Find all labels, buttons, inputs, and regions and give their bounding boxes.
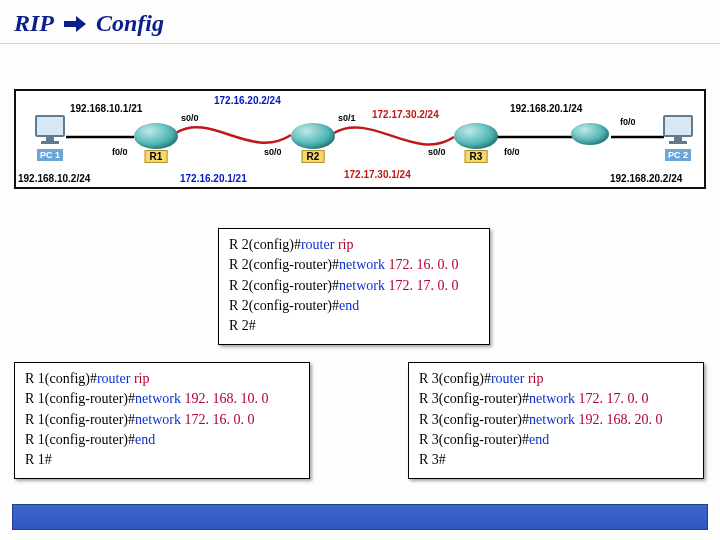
ip-r1r2-top: 172.16.20.2/24 <box>214 95 281 106</box>
r2-l1-prompt: R 2(config)# <box>229 237 301 252</box>
r1-l2-prompt: R 1(config-router)# <box>25 391 135 406</box>
r1-l3-prompt: R 1(config-router)# <box>25 412 135 427</box>
router-r1-icon: R1 <box>134 123 178 149</box>
r1-l1-prompt: R 1(config)# <box>25 371 97 386</box>
r1-l3-cmd: network <box>135 412 181 427</box>
r2-l3-prompt: R 2(config-router)# <box>229 278 339 293</box>
r3-l1-arg: rip <box>528 371 544 386</box>
r2-l1-arg: rip <box>338 237 354 252</box>
port-r3-f00: f0/0 <box>504 147 520 157</box>
r1-l3-arg: 172. 16. 0. 0 <box>184 412 254 427</box>
r1-l4-prompt: R 1(config-router)# <box>25 432 135 447</box>
r3-l3-cmd: network <box>529 412 575 427</box>
r1-l2-cmd: network <box>135 391 181 406</box>
r2-l2-cmd: network <box>339 257 385 272</box>
r3-l2-cmd: network <box>529 391 575 406</box>
pc2-icon: PC 2 <box>660 115 696 162</box>
config-box-r2: R 2(config)#router rip R 2(config-router… <box>218 228 490 345</box>
r2-l4-cmd: end <box>339 298 359 313</box>
port-r2-s00: s0/0 <box>264 147 282 157</box>
r3-l5: R 3# <box>419 450 693 470</box>
ip-r1r2-bot: 172.16.20.1/21 <box>180 173 247 184</box>
router-r3-icon: R3 <box>454 123 498 149</box>
router-r2-label: R2 <box>302 150 325 163</box>
arrow-right-icon <box>62 12 88 36</box>
r2-l3-arg: 172. 17. 0. 0 <box>388 278 458 293</box>
router-r3-label: R3 <box>465 150 488 163</box>
r2-l2-arg: 172. 16. 0. 0 <box>388 257 458 272</box>
topology-panel: PC 1 R1 R2 R3 PC 2 f0/0 s0/0 s0/0 s0/1 s… <box>14 89 706 189</box>
r2-l1-cmd: router <box>301 237 334 252</box>
router-r1-label: R1 <box>145 150 168 163</box>
r3-l3-arg: 192. 168. 20. 0 <box>578 412 662 427</box>
r3-l2-prompt: R 3(config-router)# <box>419 391 529 406</box>
r2-l4-prompt: R 2(config-router)# <box>229 298 339 313</box>
pc1-icon: PC 1 <box>32 115 68 162</box>
r3-l3-prompt: R 3(config-router)# <box>419 412 529 427</box>
pc2-label: PC 2 <box>665 149 691 161</box>
r1-l1-arg: rip <box>134 371 150 386</box>
r3-l1-cmd: router <box>491 371 524 386</box>
port-pc2-f00: f0/0 <box>620 117 636 127</box>
r1-l2-arg: 192. 168. 10. 0 <box>184 391 268 406</box>
port-r1-f00: f0/0 <box>112 147 128 157</box>
r3-l4-cmd: end <box>529 432 549 447</box>
router-r2-icon: R2 <box>291 123 335 149</box>
footer-bar <box>12 504 708 530</box>
r1-l4-cmd: end <box>135 432 155 447</box>
r2-l5: R 2# <box>229 316 479 336</box>
ip-r2r3-bot: 172.17.30.1/24 <box>344 169 411 180</box>
slide-title: RIP Config <box>0 0 720 44</box>
port-r3-s00: s0/0 <box>428 147 446 157</box>
port-r1-s00: s0/0 <box>181 113 199 123</box>
r2-l2-prompt: R 2(config-router)# <box>229 257 339 272</box>
switch-icon <box>571 123 609 145</box>
config-box-r3: R 3(config)#router rip R 3(config-router… <box>408 362 704 479</box>
ip-r2r3-top: 172.17.30.2/24 <box>372 109 439 120</box>
r3-l4-prompt: R 3(config-router)# <box>419 432 529 447</box>
pc1-label: PC 1 <box>37 149 63 161</box>
r1-l1-cmd: router <box>97 371 130 386</box>
r3-l1-prompt: R 3(config)# <box>419 371 491 386</box>
title-word-rip: RIP <box>14 10 54 37</box>
r3-l2-arg: 172. 17. 0. 0 <box>578 391 648 406</box>
title-word-config: Config <box>96 10 164 37</box>
ip-pc1-lan: 192.168.10.1/21 <box>70 103 142 114</box>
ip-r3-lan: 192.168.20.1/24 <box>510 103 582 114</box>
port-r2-s01: s0/1 <box>338 113 356 123</box>
ip-pc2-host: 192.168.20.2/24 <box>610 173 682 184</box>
ip-pc1-host: 192.168.10.2/24 <box>18 173 90 184</box>
r2-l3-cmd: network <box>339 278 385 293</box>
config-box-r1: R 1(config)#router rip R 1(config-router… <box>14 362 310 479</box>
r1-l5: R 1# <box>25 450 299 470</box>
